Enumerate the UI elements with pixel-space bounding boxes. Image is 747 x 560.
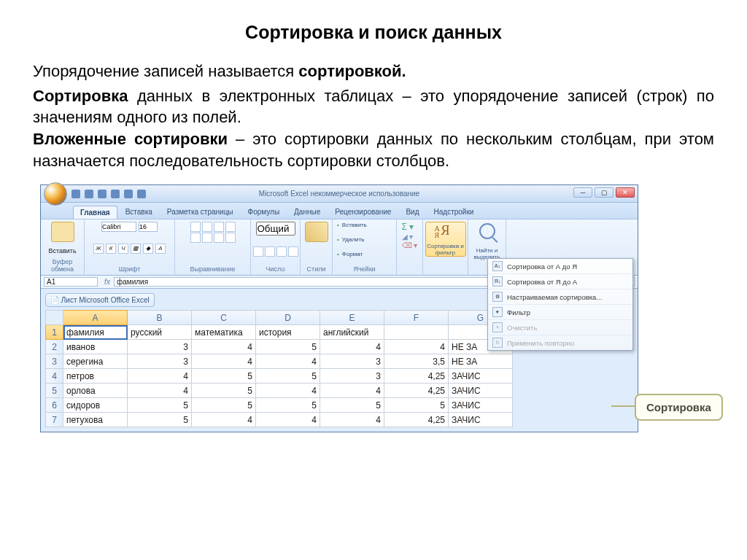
inc-dec[interactable] xyxy=(288,246,298,257)
row-header[interactable]: 1 xyxy=(46,325,63,340)
table-row[interactable]: 4петров45534,25ЗАЧИС xyxy=(46,369,513,384)
cell[interactable]: 5 xyxy=(192,398,256,413)
cell[interactable]: 4 xyxy=(192,354,256,369)
table-row[interactable]: 7петухова54444,25ЗАЧИС xyxy=(46,413,513,427)
fill-color-button[interactable]: ◆ xyxy=(143,244,153,254)
dropdown-item[interactable]: А↓Сортировка от А до Я xyxy=(488,259,632,274)
cell[interactable]: 4 xyxy=(128,384,192,398)
cell[interactable]: 3 xyxy=(128,354,192,369)
cell[interactable]: 4,25 xyxy=(384,369,449,384)
border-button[interactable]: ▦ xyxy=(131,244,141,254)
cells-format[interactable]: Формат xyxy=(337,251,363,257)
cell[interactable]: петров xyxy=(63,369,128,384)
row-header[interactable]: 5 xyxy=(46,384,63,398)
cell[interactable]: иванов xyxy=(63,340,128,354)
row-header[interactable]: 6 xyxy=(46,398,63,413)
cell[interactable] xyxy=(384,325,449,340)
cell[interactable]: орлова xyxy=(63,384,128,398)
table-row[interactable]: 6сидоров55555ЗАЧИС xyxy=(46,398,513,413)
align-right[interactable] xyxy=(214,233,224,243)
cell[interactable]: 4,25 xyxy=(384,384,449,398)
cell[interactable]: 3,5 xyxy=(384,354,449,369)
cell[interactable]: 4 xyxy=(192,340,256,354)
cell[interactable]: 5 xyxy=(256,340,320,354)
paste-button[interactable] xyxy=(51,222,74,242)
cell[interactable]: ЗАЧИС xyxy=(449,384,513,398)
cell[interactable]: ЗАЧИС xyxy=(449,413,513,427)
cell[interactable]: ЗАЧИС xyxy=(449,398,513,413)
tab-review[interactable]: Рецензирование xyxy=(328,206,398,219)
tab-layout[interactable]: Разметка страницы xyxy=(160,206,240,219)
cell[interactable]: 4 xyxy=(320,384,384,398)
cell[interactable]: 5 xyxy=(256,398,320,413)
cell[interactable]: фамилия xyxy=(63,325,128,340)
wrap-text[interactable] xyxy=(225,222,236,232)
tab-data[interactable]: Данные xyxy=(287,206,327,219)
align-left[interactable] xyxy=(190,233,201,243)
cell[interactable]: 5 xyxy=(192,384,256,398)
cell[interactable]: история xyxy=(256,325,320,340)
row-header[interactable]: 2 xyxy=(46,340,63,354)
bold-button[interactable]: Ж xyxy=(93,244,104,254)
cell[interactable]: петухова xyxy=(63,413,128,427)
tab-insert[interactable]: Вставка xyxy=(119,206,159,219)
cell[interactable]: НЕ ЗА xyxy=(449,354,513,369)
cell[interactable]: 4 xyxy=(256,413,320,427)
cell[interactable]: 5 xyxy=(320,398,384,413)
tab-view[interactable]: Вид xyxy=(399,206,425,219)
dropdown-item[interactable]: Я↓Сортировка от Я до А xyxy=(488,274,632,289)
table-row[interactable]: 2иванов34544НЕ ЗА xyxy=(46,340,513,354)
cell[interactable]: русский xyxy=(128,325,192,340)
name-box[interactable]: A1 xyxy=(44,277,98,287)
col-A[interactable]: A xyxy=(63,311,128,325)
cell-styles-button[interactable] xyxy=(305,222,328,242)
col-C[interactable]: C xyxy=(192,311,256,325)
col-D[interactable]: D xyxy=(256,311,320,325)
col-E[interactable]: E xyxy=(320,311,384,325)
percent[interactable] xyxy=(265,246,275,257)
tab-formulas[interactable]: Формулы xyxy=(241,206,287,219)
cell[interactable]: 5 xyxy=(192,369,256,384)
cell[interactable]: 3 xyxy=(128,340,192,354)
font-color-button[interactable]: A xyxy=(155,244,166,254)
align-top[interactable] xyxy=(190,222,201,232)
currency[interactable] xyxy=(253,246,263,257)
spreadsheet[interactable]: A B C D E F G 1фамилиярусскийматематикаи… xyxy=(45,310,513,427)
cells-insert[interactable]: Вставить xyxy=(337,222,367,228)
cell[interactable]: 4 xyxy=(320,340,384,354)
cell[interactable]: 3 xyxy=(320,369,384,384)
merge-cells[interactable] xyxy=(225,233,236,243)
cells-delete[interactable]: Удалить xyxy=(337,236,364,243)
cell[interactable]: 4 xyxy=(192,413,256,427)
tab-addins[interactable]: Надстройки xyxy=(427,206,481,219)
cell[interactable]: сидоров xyxy=(63,398,128,413)
table-row[interactable]: 3серегина34433,5НЕ ЗА xyxy=(46,354,513,369)
table-row[interactable]: 1фамилиярусскийматематикаисторияанглийск… xyxy=(46,325,513,340)
cell[interactable]: 4 xyxy=(320,413,384,427)
cell[interactable]: 5 xyxy=(128,413,192,427)
cell[interactable]: ЗАЧИС xyxy=(449,369,513,384)
cell[interactable]: английский xyxy=(320,325,384,340)
cell[interactable]: математика xyxy=(192,325,256,340)
row-header[interactable]: 3 xyxy=(46,354,63,369)
table-row[interactable]: 5орлова45444,25ЗАЧИС xyxy=(46,384,513,398)
tab-home[interactable]: Главная xyxy=(73,206,117,219)
cell[interactable]: 4 xyxy=(256,354,320,369)
cell[interactable]: 4 xyxy=(384,340,449,354)
dropdown-item[interactable]: ⚙Настраиваемая сортировка... xyxy=(488,289,632,305)
align-mid[interactable] xyxy=(202,222,212,232)
fx-icon[interactable]: fx xyxy=(101,278,114,286)
select-all-corner[interactable] xyxy=(46,311,63,325)
dropdown-item[interactable]: ▾Фильтр xyxy=(488,305,632,320)
comma[interactable] xyxy=(276,246,287,257)
align-bot[interactable] xyxy=(214,222,224,232)
cell[interactable]: 4,25 xyxy=(384,413,449,427)
align-center[interactable] xyxy=(202,233,212,243)
cell[interactable]: 5 xyxy=(384,398,449,413)
row-header[interactable]: 7 xyxy=(46,413,63,427)
minimize-button[interactable]: ─ xyxy=(573,187,592,198)
cell[interactable]: 5 xyxy=(128,398,192,413)
col-B[interactable]: B xyxy=(128,311,192,325)
cell[interactable]: 4 xyxy=(128,369,192,384)
maximize-button[interactable]: ▢ xyxy=(595,187,614,198)
